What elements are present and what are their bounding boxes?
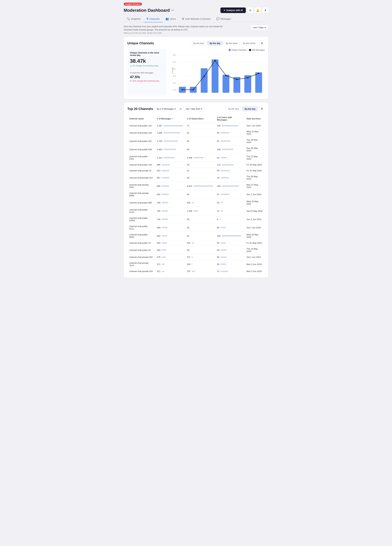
settings-icon: ⚙ [249, 9, 251, 12]
cell-subscribers: 2,308 [185, 154, 215, 162]
col-subscribers: # of Subscribers [185, 115, 215, 123]
chevron-down-icon: ▾ [265, 26, 266, 29]
tab-users[interactable]: 👥 Users [163, 16, 179, 22]
cell-users-messages: 20 [215, 199, 245, 207]
svg-point-22 [204, 76, 205, 77]
unique-channels-header: Unique Channels By the hour By the day B… [127, 40, 265, 46]
cell-channel-name: channel-chat-public-890 [127, 199, 155, 207]
cell-channel-name: channel-chat-public-43 [127, 246, 155, 254]
col-channel-name: Channel name [127, 115, 155, 123]
legend-unique-channels: Unique Channels [229, 49, 246, 51]
cell-date: Thu 23 May 2024 [244, 154, 265, 162]
cell-subscribers: 526 [185, 199, 215, 207]
cell-channel-name: channel-chat-private-3114 [127, 260, 155, 268]
stat-pos-text: 3% change from previous day [132, 65, 158, 67]
btn-by-month[interactable]: By the month [240, 41, 258, 46]
cell-users-messages: 62 [215, 154, 245, 162]
table-row: channel-chat-private-332 479 271 58 Sat … [127, 254, 265, 260]
metrics-date: Metrics as of 06 Jun 2024, 09:00 UTC+0:0… [124, 32, 225, 34]
svg-text:Thu 30: Thu 30 [191, 92, 196, 93]
sub-stat-value: 47.5% [130, 75, 164, 79]
chart-download-btn[interactable]: ⬇ [259, 40, 265, 46]
tab-snapshot[interactable]: 🔍 Snapshot [124, 16, 143, 22]
legend-dot-dark [249, 49, 251, 51]
unique-channels-time-filters: By the hour By the day By the week By th… [191, 40, 265, 46]
date-filter-dropdown[interactable]: Last 7 days ▾ [251, 25, 269, 30]
chart-legend: Unique Channels with Messages [170, 49, 265, 51]
edit-icon[interactable]: ✏ [171, 8, 174, 12]
analyze-button[interactable]: ✦ Analyze with AI [220, 7, 246, 13]
nav-tabs: 🔍 Snapshot ❇ Channels 👥 Users 🖥 User Beh… [124, 16, 268, 22]
date-dropdown[interactable]: Sat 7 Sep 2024 ▾ [183, 107, 204, 111]
cell-date: Tue 28 May 2024 [244, 137, 265, 145]
notifications-button[interactable]: 🔔 [255, 7, 261, 13]
settings-button[interactable]: ⚙ [247, 7, 253, 13]
stat-change-positive: ▲ 3% change from previous day [130, 65, 164, 67]
btn-by-hour[interactable]: By the hour [191, 41, 206, 46]
chevron-down-icon-2: ▾ [174, 108, 176, 110]
top-btn-by-hour[interactable]: By the hour [226, 107, 242, 111]
cell-date: Wed 29 May 2024 [244, 232, 265, 240]
cell-messages: 740 [155, 215, 185, 223]
arrow-up-icon: ▲ [130, 65, 132, 67]
top-btn-by-day[interactable]: By the day [242, 107, 258, 111]
tab-channels[interactable]: ❇ Channels [143, 16, 163, 22]
cell-channel-name: channel-chat-public-50002 [127, 215, 155, 223]
cell-users-messages: 156 [215, 123, 245, 129]
svg-text:Tue 4: Tue 4 [246, 92, 250, 93]
cell-date: Fri 24 May 2024 [244, 162, 265, 168]
bell-icon: 🔔 [256, 9, 259, 12]
tab-user-behavior[interactable]: 🖥 User Behavior & Devices [179, 16, 214, 22]
table-body: channel-chat-public-101 2,287 71 156 Sat… [127, 123, 265, 274]
page-header: Moderation Dashboard ✏ ✦ Analyze with AI… [124, 7, 268, 13]
cell-messages: 2,287 [155, 123, 185, 129]
table-header: Channel name # of Messages ▼ # of Subscr… [127, 115, 265, 123]
cell-channel-name: channel-chat-public-8648 [127, 232, 155, 240]
cell-subscribers: 31 [185, 168, 215, 174]
table-row: channel-chat-public-4110 765 1,106 21 Sa… [127, 207, 265, 215]
cell-messages: 901 [155, 174, 185, 182]
svg-text:Wed 5: Wed 5 [256, 92, 261, 93]
cell-channel-name: channel-chat-private-332 [127, 254, 155, 260]
svg-point-26 [247, 77, 248, 78]
cell-messages: 662 [155, 232, 185, 240]
cell-subscribers: 50 [185, 174, 215, 182]
cell-users-messages: 9 [215, 215, 245, 223]
cell-messages: 790 [155, 199, 185, 207]
cell-messages: 996 [155, 162, 185, 168]
svg-text:Sun 2: Sun 2 [224, 92, 228, 93]
tab-snapshot-label: Snapshot [131, 18, 141, 20]
cell-messages: 1,705 [155, 137, 185, 145]
download-button[interactable]: ⬇ [262, 7, 268, 13]
chart-area: Unique Channels with Messages 60 K 50 K … [170, 49, 265, 96]
analyze-label: Analyze with AI [226, 9, 243, 12]
legend-label-unique: Unique Channels [231, 49, 246, 51]
btn-by-week[interactable]: By the week [224, 41, 240, 46]
col-messages[interactable]: # of Messages ▼ [155, 115, 185, 123]
cell-channel-name: channel-chat-private-412 [127, 174, 155, 182]
messages-filter-dropdown[interactable]: By # of Messages ▾ [155, 107, 178, 111]
top-time-filters: By the hour By the day ⬇ [226, 106, 265, 111]
cell-users-messages: 92 [215, 137, 245, 145]
cell-date: Sat 1 Jun 2024 [244, 223, 265, 232]
cell-date: Wed 22 May 2024 [244, 129, 265, 137]
cell-messages: 560 [155, 246, 185, 254]
table-row: channel-chat-private-412 901 50 79 Thu 3… [127, 174, 265, 182]
cell-subscribers: 542 [185, 240, 215, 246]
cell-date: Mon 3 Jun 2024 [244, 268, 265, 274]
top-channels-title: Top 20 Channels [127, 107, 153, 111]
cell-messages: 479 [155, 254, 185, 260]
cell-users-messages: 79 [215, 174, 245, 182]
btn-by-day[interactable]: By the day [207, 41, 223, 46]
insights-badge: Insights Premium [124, 3, 142, 6]
cell-subscribers: 1,106 [185, 207, 215, 215]
cell-date: Thu 30 May 2024 [244, 174, 265, 182]
table-download-btn[interactable]: ⬇ [259, 106, 265, 111]
cell-users-messages: 185 [215, 232, 245, 240]
stat-change-negative: ▼ 12% change from previous day [130, 80, 164, 82]
tab-messages[interactable]: 💬 Messages [213, 16, 234, 22]
cell-messages: 311 [155, 268, 185, 274]
chart-section: Unique Channels in the most recent day 3… [127, 49, 265, 96]
cell-subscribers: 767 [185, 268, 215, 274]
cell-subscribers: 20 [185, 162, 215, 168]
